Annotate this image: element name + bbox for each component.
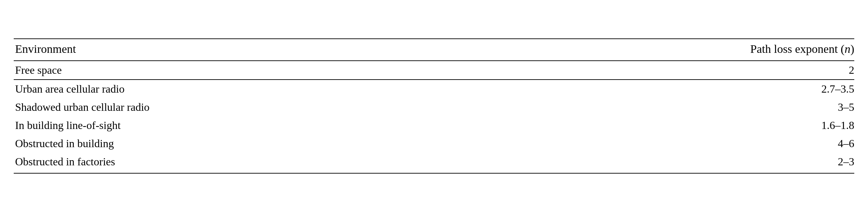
table-row: In building line-of-sight 1.6–1.8 xyxy=(14,116,854,134)
table-row: Free space 2 xyxy=(14,61,854,80)
table-row: Urban area cellular radio 2.7–3.5 xyxy=(14,80,854,98)
header-n-italic: n xyxy=(845,43,851,55)
pathloss-cell: 2.7–3.5 xyxy=(490,80,854,98)
table-row: Obstructed in factories 2–3 xyxy=(14,153,854,173)
header-environment: Environment xyxy=(14,39,490,61)
environment-cell: Free space xyxy=(14,61,490,80)
environment-cell: Urban area cellular radio xyxy=(14,80,490,98)
environment-cell: In building line-of-sight xyxy=(14,116,490,134)
environment-cell: Shadowed urban cellular radio xyxy=(14,98,490,116)
pathloss-cell: 4–6 xyxy=(490,134,854,153)
environment-cell: Obstructed in factories xyxy=(14,153,490,173)
pathloss-cell: 2 xyxy=(490,61,854,80)
pathloss-cell: 2–3 xyxy=(490,153,854,173)
pathloss-cell: 3–5 xyxy=(490,98,854,116)
environment-cell: Obstructed in building xyxy=(14,134,490,153)
header-pathloss-text: Path loss exponent (n) xyxy=(750,43,854,55)
header-pathloss: Path loss exponent (n) xyxy=(490,39,854,61)
main-table-container: Environment Path loss exponent (n) Free … xyxy=(14,38,854,174)
table-row: Obstructed in building 4–6 xyxy=(14,134,854,153)
path-loss-table: Environment Path loss exponent (n) Free … xyxy=(14,38,854,174)
pathloss-cell: 1.6–1.8 xyxy=(490,116,854,134)
table-header-row: Environment Path loss exponent (n) xyxy=(14,39,854,61)
table-row: Shadowed urban cellular radio 3–5 xyxy=(14,98,854,116)
